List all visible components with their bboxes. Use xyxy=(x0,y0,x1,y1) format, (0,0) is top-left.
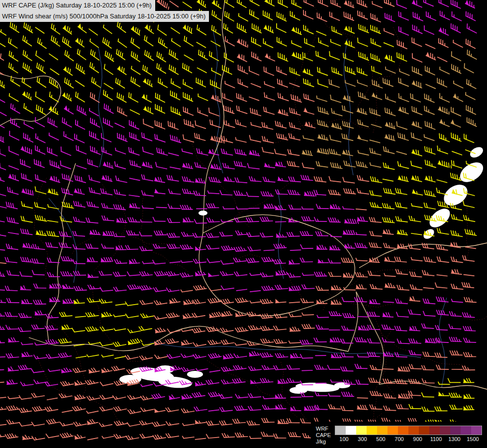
legend-label-unit: J/kg xyxy=(316,439,331,445)
legend-swatch xyxy=(471,426,482,435)
weather-map-screen: WRF CAPE (J/kg) Saturday 18-10-2025 15:0… xyxy=(0,0,487,448)
legend-swatch xyxy=(398,426,408,435)
legend-swatch xyxy=(388,426,398,435)
map-title-wind-shear: WRF Wind shear (m/s) 500/1000hPa Saturda… xyxy=(0,11,209,22)
legend-tick-labels: 100300500700900110013001500 xyxy=(335,436,482,442)
legend-swatch xyxy=(419,426,429,435)
legend-swatch xyxy=(461,426,471,435)
legend-swatch xyxy=(346,426,356,435)
legend-tick: 1100 xyxy=(427,436,445,442)
legend-swatch xyxy=(429,426,440,435)
legend-label-cape: CAPE xyxy=(316,432,331,439)
legend-tick: 900 xyxy=(408,436,427,442)
legend-swatch xyxy=(450,426,461,435)
legend-swatch xyxy=(408,426,419,435)
legend-tick: 300 xyxy=(353,436,372,442)
legend-color-swatches xyxy=(335,426,482,435)
legend-tick: 100 xyxy=(335,436,353,442)
legend-label-column: WRF CAPE J/kg xyxy=(316,426,331,445)
weather-map-canvas xyxy=(0,0,487,448)
legend-swatch xyxy=(367,426,377,435)
legend-tick: 1300 xyxy=(445,436,464,442)
cape-legend: WRF CAPE J/kg 10030050070090011001300150… xyxy=(311,422,487,448)
legend-scale: 100300500700900110013001500 xyxy=(335,426,482,442)
legend-tick: 700 xyxy=(390,436,408,442)
legend-swatch xyxy=(440,426,450,435)
legend-swatch xyxy=(356,426,367,435)
legend-swatch xyxy=(377,426,388,435)
legend-tick: 1500 xyxy=(464,436,482,442)
map-title-cape: WRF CAPE (J/kg) Saturday 18-10-2025 15:0… xyxy=(0,0,155,11)
legend-label-wrf: WRF xyxy=(316,426,331,432)
legend-swatch xyxy=(335,426,346,435)
legend-tick: 500 xyxy=(372,436,390,442)
